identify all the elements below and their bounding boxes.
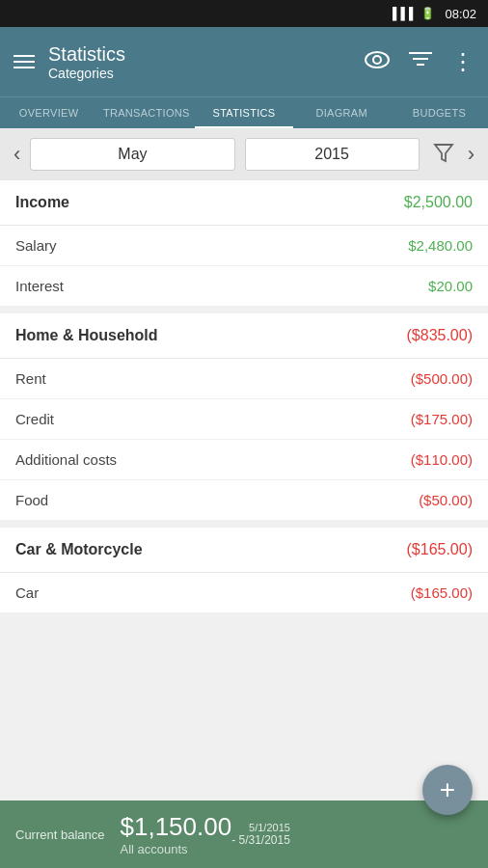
home-header[interactable]: Home & Household ($835.00) [0,313,488,359]
balance-col: $1,150.00 All accounts [121,812,232,856]
tab-budgets[interactable]: BUDGETS [391,97,488,128]
tab-diagram[interactable]: DIAGRAM [293,97,391,128]
balance-label: Current balance [15,827,105,842]
car-category-amount: ($165.00) [407,541,474,558]
food-label: Food [15,492,48,508]
app-bar-actions: ⋮ [365,48,474,75]
home-section: Home & Household ($835.00) Rent ($500.00… [0,313,488,520]
home-category-name: Home & Household [15,327,158,344]
bottom-bar: Current balance $1,150.00 All accounts 5… [0,800,488,868]
income-category-name: Income [15,194,69,211]
app-bar: Statistics Categories ⋮ [0,27,488,96]
credit-item[interactable]: Credit ($175.00) [0,399,488,440]
income-section: Income $2,500.00 Salary $2,480.00 Intere… [0,180,488,306]
date-range-start: 5/1/2015 [249,822,290,833]
all-accounts-label: All accounts [121,842,188,856]
battery-icon: 🔋 [420,7,435,20]
credit-amount: ($175.00) [411,411,473,427]
credit-label: Credit [15,411,54,427]
tab-transactions[interactable]: TRANSACTIONS [97,97,195,128]
content-area: Income $2,500.00 Salary $2,480.00 Intere… [0,180,488,796]
salary-label: Salary [15,237,57,254]
salary-item[interactable]: Salary $2,480.00 [0,226,488,266]
interest-item[interactable]: Interest $20.00 [0,266,488,306]
car-category-name: Car & Motorcycle [15,541,143,558]
prev-arrow[interactable]: ‹ [14,142,20,167]
date-range-end: - 5/31/2015 [231,833,290,847]
additional-costs-amount: ($110.00) [411,451,473,468]
rent-label: Rent [15,370,46,387]
interest-label: Interest [15,278,64,294]
food-amount: ($50.00) [419,492,473,508]
status-icons: ▌▌▌ 🔋 08:02 [393,7,476,21]
additional-costs-label: Additional costs [15,451,117,468]
app-bar-title: Statistics Categories [48,42,351,81]
month-field[interactable]: May [30,138,234,171]
page-subtitle: Categories [48,66,351,81]
rent-amount: ($500.00) [411,370,473,387]
car-header[interactable]: Car & Motorcycle ($165.00) [0,528,488,573]
status-time: 08:02 [445,7,476,21]
next-arrow[interactable]: › [468,142,474,167]
page-title: Statistics [48,42,351,66]
car-item[interactable]: Car ($165.00) [0,573,488,612]
car-label: Car [15,584,39,601]
income-category-amount: $2,500.00 [404,194,473,211]
year-field[interactable]: 2015 [245,138,420,171]
filter-icon[interactable] [433,142,454,168]
fab-button[interactable]: + [422,765,473,815]
svg-point-1 [373,56,381,64]
tab-statistics[interactable]: STATISTICS [195,97,292,128]
visibility-icon[interactable] [365,51,390,73]
salary-amount: $2,480.00 [408,237,473,254]
balance-date-range: 5/1/2015 - 5/31/2015 [231,822,290,847]
home-category-amount: ($835.00) [407,327,474,344]
income-header[interactable]: Income $2,500.00 [0,180,488,226]
svg-point-0 [366,52,389,68]
signal-icon: ▌▌▌ [393,7,418,20]
menu-icon[interactable] [14,55,35,68]
car-amount: ($165.00) [411,584,473,601]
svg-marker-5 [435,145,452,161]
nav-tabs: OVERVIEW TRANSACTIONS STATISTICS DIAGRAM… [0,96,488,128]
car-section: Car & Motorcycle ($165.00) Car ($165.00) [0,528,488,612]
balance-amount: $1,150.00 [121,812,232,842]
additional-costs-item[interactable]: Additional costs ($110.00) [0,440,488,480]
interest-amount: $20.00 [428,278,473,294]
date-nav: ‹ May 2015 › [0,128,488,180]
filter-list-icon[interactable] [409,51,432,73]
status-bar: ▌▌▌ 🔋 08:02 [0,0,488,27]
food-item[interactable]: Food ($50.00) [0,480,488,520]
rent-item[interactable]: Rent ($500.00) [0,359,488,399]
more-icon[interactable]: ⋮ [451,48,474,75]
tab-overview[interactable]: OVERVIEW [0,97,97,128]
